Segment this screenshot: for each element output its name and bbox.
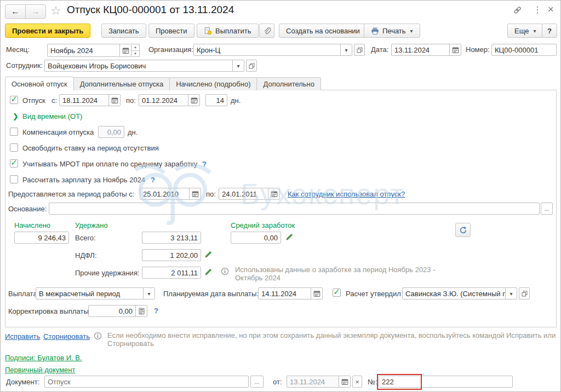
free-rate-checkbox[interactable] [10, 143, 18, 152]
spin-down-icon[interactable]: ▼ [131, 50, 139, 57]
close-icon[interactable]: × [548, 4, 554, 15]
calendar-icon[interactable] [449, 44, 461, 55]
primary-doc-select-button[interactable]: ... [250, 376, 264, 388]
employee-field[interactable]: Войцехович Игорь Борисович ▾ [44, 60, 244, 72]
avg-earnings-field[interactable]: 0,00 [231, 232, 281, 244]
time-type-link[interactable]: Вид времени (ОТ) [22, 112, 82, 120]
vacation-from-label: с: [51, 96, 57, 105]
organization-field[interactable]: Крон-Ц ▾ [193, 44, 352, 56]
pay-button[interactable]: Выплатить [197, 24, 259, 38]
work-period-to-label: по: [206, 190, 216, 198]
approved-by-field[interactable]: Савинская З.Ю. (Системный прогр ▾ [402, 287, 517, 299]
vacation-usage-link[interactable]: Как сотрудник использовал отпуск? [288, 190, 405, 198]
vacation-to-field[interactable]: 01.12.2024 [139, 94, 200, 106]
kebab-menu-icon[interactable]: ⋮ [533, 4, 542, 15]
storno-link[interactable]: Сторнировать [43, 332, 90, 341]
calculator-icon[interactable] [135, 305, 147, 316]
dropdown-icon[interactable]: ▾ [143, 288, 154, 299]
tab-additional[interactable]: Дополнительно [256, 77, 321, 90]
organization-open-button[interactable] [354, 44, 365, 56]
payment-select[interactable]: В межрасчетный период ▾ [36, 287, 155, 299]
calc-salary-checkbox[interactable] [10, 175, 18, 183]
work-period-to-field[interactable]: 24.01.2011 [219, 188, 280, 200]
vacation-days-unit: дн. [231, 96, 241, 105]
earnings-info-text: Использованы данные о заработке за перио… [235, 266, 439, 282]
info-icon [94, 332, 102, 340]
favorite-star-icon[interactable]: ☆ [50, 4, 61, 18]
dropdown-icon[interactable]: ▾ [232, 60, 244, 71]
basis-select-button[interactable]: ... [541, 203, 553, 215]
chevron-down-icon: ▾ [410, 28, 413, 34]
save-button[interactable]: Записать [101, 24, 146, 38]
tab-additional-vacations[interactable]: Дополнительные отпуска [73, 77, 170, 90]
calendar-icon[interactable] [311, 288, 322, 299]
basis-field[interactable] [49, 203, 540, 215]
primary-doc-num-label: №: [368, 378, 377, 386]
compensation-field: 0,00 [98, 126, 124, 138]
dropdown-icon[interactable]: ▾ [340, 44, 352, 55]
calendar-icon[interactable] [189, 188, 201, 199]
date-field[interactable]: 13.11.2024 [391, 44, 461, 56]
post-button[interactable]: Провести [148, 24, 194, 38]
calendar-icon[interactable] [188, 95, 199, 106]
other-withholdings-pencil-icon[interactable] [204, 268, 213, 276]
mrot-checkbox[interactable]: ✓ [10, 159, 18, 168]
spin-up-icon[interactable]: ▲ [131, 44, 139, 50]
employee-value: Войцехович Игорь Борисович [45, 62, 232, 70]
calendar-icon[interactable] [339, 376, 350, 387]
calendar-icon[interactable] [108, 95, 120, 106]
pay-button-label: Выплатить [215, 27, 251, 35]
mrot-help-icon[interactable]: ? [202, 160, 207, 168]
other-withholdings-field[interactable]: 2 011,11 [142, 267, 201, 279]
chevron-right-icon[interactable]: ❯ [13, 112, 19, 120]
correction-field[interactable]: 0,00 [88, 305, 147, 317]
tab-main-vacation[interactable]: Основной отпуск [5, 77, 74, 90]
clear-icon[interactable]: × [352, 376, 362, 388]
approved-by-open-button[interactable] [519, 287, 530, 299]
calendar-icon[interactable] [119, 44, 131, 56]
compensation-label: Компенсация отпуска [22, 128, 94, 136]
create-based-on-button[interactable]: Создать на основании ▾ [279, 24, 374, 38]
calc-salary-help-icon[interactable]: ? [151, 176, 155, 184]
ndfl-pencil-icon[interactable] [204, 250, 213, 258]
avg-earnings-pencil-icon[interactable] [285, 233, 294, 241]
more-button[interactable]: Еще ▾ [507, 24, 543, 38]
vacation-days-field[interactable]: 14 [205, 94, 227, 106]
planned-date-label: Планируемая дата выплаты: [163, 290, 259, 298]
fix-link[interactable]: Исправить [5, 332, 40, 341]
attachments-button[interactable] [259, 24, 274, 38]
number-value: КЦ00-000001 [492, 46, 556, 54]
signatures-link[interactable]: Подписи: Булатов И. В. [5, 354, 82, 362]
approved-checkbox[interactable]: ✓ [333, 289, 341, 297]
help-button[interactable]: ? [542, 24, 557, 38]
vacation-to-label: по: [126, 96, 136, 105]
link-icon[interactable] [513, 6, 522, 14]
accrued-field[interactable]: 9 246,43 [14, 232, 69, 244]
work-period-from-field[interactable]: 25.01.2010 [140, 188, 201, 200]
month-spinner[interactable]: ▲ ▼ [131, 44, 140, 57]
compensation-checkbox[interactable] [10, 128, 18, 136]
post-and-close-button[interactable]: Провести и закрыть [5, 24, 90, 38]
ndfl-field[interactable]: 1 202,00 [142, 249, 201, 261]
planned-date-field[interactable]: 14.11.2024 [258, 287, 323, 299]
primary-doc-input[interactable] [45, 378, 248, 386]
calendar-icon[interactable] [268, 188, 279, 199]
back-arrow-icon[interactable]: ← [5, 5, 25, 18]
primary-doc-num-field[interactable]: 222 [379, 376, 513, 388]
vacation-checkbox[interactable]: ✓ [10, 96, 18, 104]
refresh-button[interactable] [455, 223, 471, 237]
planned-date-value: 14.11.2024 [259, 290, 311, 298]
vacation-from-field[interactable]: 18.11.2024 [59, 94, 121, 106]
tab-accrued-detail[interactable]: Начислено (подробно) [169, 77, 257, 90]
primary-doc-field[interactable] [44, 376, 249, 388]
forward-arrow-icon[interactable]: → [25, 5, 45, 18]
primary-doc-link[interactable]: Первичный документ [5, 366, 75, 374]
employee-open-button[interactable] [246, 60, 257, 72]
number-field[interactable]: КЦ00-000001 [491, 44, 557, 56]
dropdown-icon[interactable]: ▾ [505, 288, 517, 299]
withheld-total-field[interactable]: 3 213,11 [142, 232, 201, 244]
month-field[interactable]: Ноябрь 2024 [47, 44, 131, 57]
more-label: Еще [514, 27, 529, 35]
print-button[interactable]: Печать ▾ [364, 24, 420, 38]
correction-help-icon[interactable]: ? [154, 307, 158, 315]
